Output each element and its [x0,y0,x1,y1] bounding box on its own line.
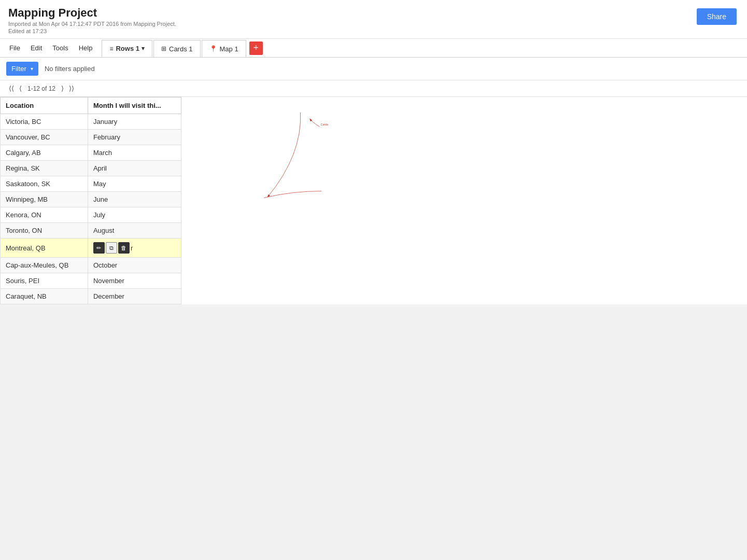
cell-month: June [88,192,181,207]
menu-tools[interactable]: Tools [47,39,73,57]
add-tab-button[interactable]: + [249,41,263,55]
cell-month: April [88,161,181,176]
tabs-container: ≡ Rows 1 ▾ ⊞ Cards 1 📍 Map 1 + [102,39,262,57]
tab-cards-label: Cards 1 [169,45,193,53]
table-row: Vancouver, BCFebruary [1,130,181,145]
edit-row-button[interactable]: ✏ [93,242,105,254]
table-row: Winnipeg, MBJune [1,192,181,207]
table-row: Caraquet, NBDecember [1,289,181,304]
cell-month: October [88,258,181,273]
cell-location: Saskatoon, SK [1,176,88,192]
cell-month: November [88,273,181,289]
tab-rows-dropdown[interactable]: ▾ [142,45,145,52]
page-first-button[interactable]: ⟨⟨ [6,83,17,93]
cell-month: ✏⧉🗑 r [88,239,181,258]
cell-location: Souris, PEI [1,273,88,289]
cell-location: Regina, SK [1,161,88,176]
cards-icon: ⊞ [161,45,166,52]
menu-help[interactable]: Help [74,39,98,57]
filter-status: No filters applied [45,65,95,73]
tab-map[interactable]: 📍 Map 1 [202,40,246,57]
menu-file[interactable]: File [4,39,25,57]
data-table-container: Location Month I will visit thi... Victo… [0,97,747,304]
col-month[interactable]: Month I will visit thi... [88,97,181,114]
rows-icon: ≡ [109,45,113,52]
page-title: Mapping Project [8,6,739,20]
page-last-button[interactable]: ⟩⟩ [66,83,77,93]
month-inline-label: r [131,244,133,252]
page-next-button[interactable]: ⟩ [59,83,66,93]
cell-month: January [88,114,181,130]
table-row: Saskatoon, SKMay [1,176,181,192]
data-table: Location Month I will visit thi... Victo… [0,97,181,304]
cell-location: Victoria, BC [1,114,88,130]
tab-rows[interactable]: ≡ Rows 1 ▾ [102,40,152,57]
cell-month: July [88,207,181,223]
delete-row-button[interactable]: 🗑 [118,242,130,254]
cell-location: Caraquet, NB [1,289,88,304]
table-header-row: Location Month I will visit thi... [1,97,181,114]
project-meta-line2: Edited at 17:23 [8,28,739,34]
filter-button[interactable]: Filter ▾ [6,62,38,76]
cell-location: Cap-aux-Meules, QB [1,258,88,273]
filter-label: Filter [11,65,26,73]
cell-location: Winnipeg, MB [1,192,88,207]
tab-map-label: Map 1 [220,45,238,53]
cell-month: February [88,130,181,145]
pagination-bar: ⟨⟨ ⟨ 1-12 of 12 ⟩ ⟩⟩ [0,80,747,97]
share-button[interactable]: Share [697,8,737,25]
tab-cards[interactable]: ⊞ Cards 1 [153,40,201,57]
row-actions: ✏⧉🗑 r [93,242,133,254]
filter-dropdown-arrow: ▾ [31,66,33,72]
cell-month: December [88,289,181,304]
tab-rows-label: Rows 1 [116,45,139,52]
col-location[interactable]: Location [1,97,88,114]
menu-edit[interactable]: Edit [25,39,47,57]
cell-month: May [88,176,181,192]
cell-location: Vancouver, BC [1,130,88,145]
table-row: Cap-aux-Meules, QBOctober [1,258,181,273]
table-row: Kenora, ONJuly [1,207,181,223]
menu-tabs-bar: File Edit Tools Help ≡ Rows 1 ▾ ⊞ Cards … [0,39,747,58]
cell-location: Toronto, ON [1,223,88,239]
cell-location: Kenora, ON [1,207,88,223]
map-icon: 📍 [209,45,217,52]
cell-month: March [88,145,181,161]
table-row: Souris, PEINovember [1,273,181,289]
table-row: Regina, SKApril [1,161,181,176]
table-row: Victoria, BCJanuary [1,114,181,130]
table-row: Toronto, ONAugust [1,223,181,239]
svg-text:Cards: Cards [320,123,328,126]
cell-month: August [88,223,181,239]
project-meta-line1: Imported at Mon Apr 04 17:12:47 PDT 2016… [8,21,739,27]
cell-location: Calgary, AB [1,145,88,161]
toolbar: Filter ▾ No filters applied [0,58,747,80]
page-prev-button[interactable]: ⟨ [17,83,24,93]
table-row: Montreal, QB✏⧉🗑 r [1,239,181,258]
copy-row-button[interactable]: ⧉ [106,242,117,254]
page-range: 1-12 of 12 [27,85,55,92]
table-row: Calgary, ABMarch [1,145,181,161]
cell-location: Montreal, QB [1,239,88,258]
